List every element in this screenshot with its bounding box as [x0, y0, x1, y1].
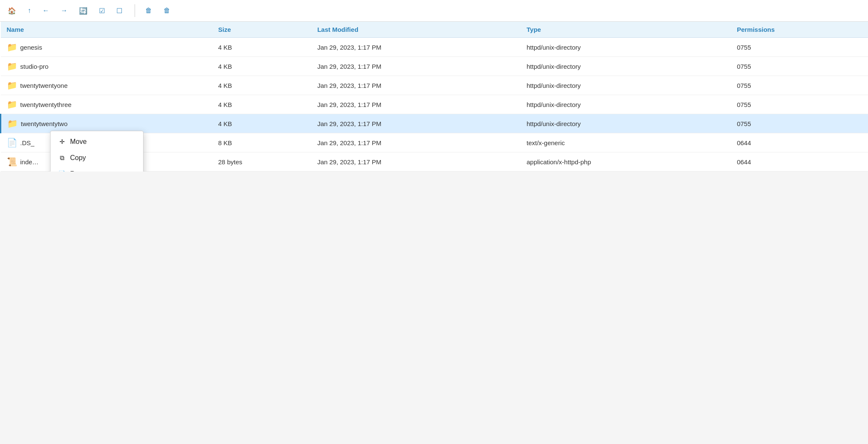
empty-trash-icon: 🗑 [163, 7, 170, 14]
cell-permissions: 0644 [731, 152, 868, 171]
cell-size: 4 KB [212, 95, 311, 114]
col-size[interactable]: Size [212, 22, 311, 38]
cell-type: httpd/unix-directory [521, 114, 731, 133]
context-menu-item-label: Rename [70, 170, 96, 171]
reload-button[interactable]: 🔄 [78, 5, 90, 17]
cell-type: httpd/unix-directory [521, 76, 731, 95]
php-icon: 📜 [7, 157, 17, 167]
cell-size: 4 KB [212, 57, 311, 76]
home-button[interactable]: 🏠 [7, 5, 19, 17]
context-menu-rename-icon: 📄 [58, 170, 66, 171]
file-name: twentytwentyone [20, 82, 68, 89]
up-icon: ↑ [28, 7, 31, 14]
cell-last-modified: Jan 29, 2023, 1:17 PM [311, 76, 521, 95]
file-name: twentytwentytwo [21, 120, 68, 127]
cell-last-modified: Jan 29, 2023, 1:17 PM [311, 114, 521, 133]
cell-name: 📁 studio-pro [1, 57, 212, 76]
unselect-all-button[interactable]: ☐ [116, 5, 125, 17]
file-name: inde… [20, 158, 39, 166]
table-header: Name Size Last Modified Type Permissions [1, 22, 868, 38]
toolbar: 🏠 ↑ ← → 🔄 ☑ ☐ 🗑 [0, 0, 868, 22]
context-menu-item-copy[interactable]: ⧉ Copy [51, 150, 143, 166]
reload-icon: 🔄 [79, 7, 87, 15]
cell-permissions: 0755 [731, 114, 868, 133]
folder-icon: 📁 [7, 99, 17, 110]
context-menu: ✛ Move ⧉ Copy 📄 Rename 🔑 Change Permissi… [50, 131, 144, 171]
cell-last-modified: Jan 29, 2023, 1:17 PM [311, 38, 521, 57]
select-all-button[interactable]: ☑ [98, 5, 108, 17]
cell-name: 📁 twentytwentytwo [1, 114, 212, 133]
cell-permissions: 0755 [731, 57, 868, 76]
folder-icon: 📁 [7, 80, 17, 90]
select-all-icon: ☑ [99, 7, 105, 15]
back-icon: ← [42, 7, 49, 14]
cell-size: 28 bytes [212, 152, 311, 171]
cell-permissions: 0644 [731, 133, 868, 152]
folder-icon: 📁 [7, 118, 17, 129]
table-row[interactable]: 📁 twentytwentythree 4 KB Jan 29, 2023, 1… [1, 95, 868, 114]
cell-last-modified: Jan 29, 2023, 1:17 PM [311, 133, 521, 152]
cell-type: httpd/unix-directory [521, 38, 731, 57]
cell-last-modified: Jan 29, 2023, 1:17 PM [311, 57, 521, 76]
cell-type: httpd/unix-directory [521, 95, 731, 114]
context-menu-item-label: Move [70, 138, 87, 146]
cell-size: 4 KB [212, 114, 311, 133]
empty-trash-button[interactable]: 🗑 [163, 5, 173, 16]
cell-name: 📁 twentytwentythree [1, 95, 212, 114]
table-row[interactable]: 📁 studio-pro 4 KB Jan 29, 2023, 1:17 PM … [1, 57, 868, 76]
col-type[interactable]: Type [521, 22, 731, 38]
col-permissions[interactable]: Permissions [731, 22, 868, 38]
up-one-level-button[interactable]: ↑ [27, 5, 34, 16]
forward-button[interactable]: → [60, 5, 70, 16]
page-wrapper: 🏠 ↑ ← → 🔄 ☑ ☐ 🗑 [0, 0, 868, 171]
context-menu-item-move[interactable]: ✛ Move [51, 134, 143, 150]
cell-size: 4 KB [212, 38, 311, 57]
col-last-modified[interactable]: Last Modified [311, 22, 521, 38]
cell-permissions: 0755 [731, 76, 868, 95]
col-name[interactable]: Name [1, 22, 212, 38]
cell-permissions: 0755 [731, 38, 868, 57]
toolbar-separator [135, 4, 135, 17]
cell-permissions: 0755 [731, 95, 868, 114]
view-trash-button[interactable]: 🗑 [144, 5, 155, 16]
forward-icon: → [61, 7, 68, 14]
generic-icon: 📄 [7, 138, 17, 148]
table-row[interactable]: 📁 twentytwentyone 4 KB Jan 29, 2023, 1:1… [1, 76, 868, 95]
folder-icon: 📁 [7, 42, 17, 52]
file-name: genesis [20, 44, 42, 51]
context-menu-copy-icon: ⧉ [58, 154, 66, 162]
cell-type: httpd/unix-directory [521, 57, 731, 76]
file-name: .DS_ [20, 139, 34, 146]
cell-last-modified: Jan 29, 2023, 1:17 PM [311, 95, 521, 114]
context-menu-item-label: Copy [70, 154, 86, 162]
cell-last-modified: Jan 29, 2023, 1:17 PM [311, 152, 521, 171]
cell-name: 📁 genesis [1, 38, 212, 57]
cell-size: 8 KB [212, 133, 311, 152]
folder-icon: 📁 [7, 61, 17, 71]
back-button[interactable]: ← [42, 5, 52, 16]
cell-type: application/x-httpd-php [521, 152, 731, 171]
context-menu-item-rename[interactable]: 📄 Rename [51, 166, 143, 171]
unselect-all-icon: ☐ [116, 7, 122, 15]
cell-size: 4 KB [212, 76, 311, 95]
context-menu-move-icon: ✛ [58, 138, 66, 146]
table-row[interactable]: 📁 genesis 4 KB Jan 29, 2023, 1:17 PM htt… [1, 38, 868, 57]
table-row[interactable]: 📁 twentytwentytwo 4 KB Jan 29, 2023, 1:1… [1, 114, 868, 133]
file-name: twentytwentythree [20, 101, 72, 108]
home-icon: 🏠 [8, 7, 16, 15]
cell-type: text/x-generic [521, 133, 731, 152]
file-name: studio-pro [20, 63, 49, 70]
view-trash-icon: 🗑 [145, 7, 152, 14]
cell-name: 📁 twentytwentyone [1, 76, 212, 95]
